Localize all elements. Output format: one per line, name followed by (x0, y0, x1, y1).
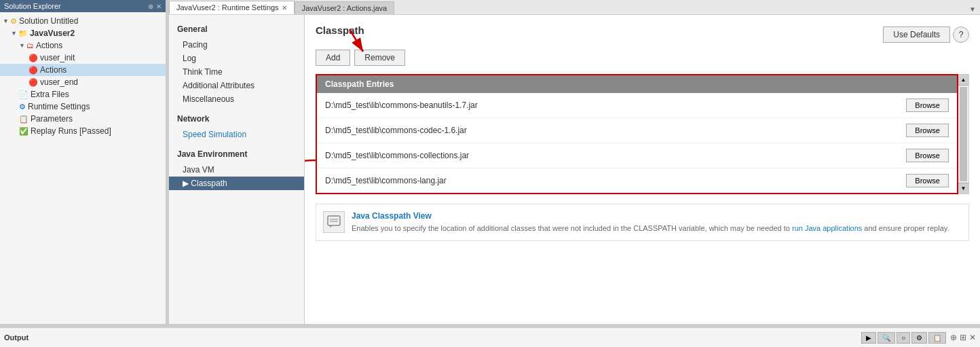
info-title: Java Classpath View (352, 211, 962, 221)
nav-item-log[interactable]: Log (169, 52, 304, 65)
scroll-up-arrow[interactable]: ▲ (958, 75, 968, 86)
vuser-init-label: vuser_init (40, 53, 75, 62)
nav-item-java-vm[interactable]: Java VM (169, 163, 304, 177)
nav-section-network: Network Speed Simulation (169, 110, 304, 141)
classpath-entry-2: D:\md5_test\lib\commons-collections.jar … (317, 143, 957, 168)
output-btn-3[interactable]: ○ (897, 332, 910, 344)
nav-item-classpath[interactable]: ▶ Classpath (169, 177, 304, 190)
nav-section-java-env-title: Java Environment (169, 145, 304, 163)
tree-item-actions[interactable]: 🔴 Actions (0, 64, 166, 76)
tree-item-replay-runs[interactable]: ✅ Replay Runs [Passed] (0, 125, 166, 137)
nav-item-additional-attributes[interactable]: Additional Attributes (169, 79, 304, 92)
solution-explorer-title: Solution Explorer (4, 2, 61, 10)
output-btn-2[interactable]: 🔍 (878, 332, 895, 344)
nav-section-network-title: Network (169, 110, 304, 128)
tab-actions-java-label: JavaVuser2 : Actions.java (302, 4, 388, 12)
output-btn-1[interactable]: ▶ (861, 332, 876, 344)
runtime-settings-label: Runtime Settings (28, 102, 90, 111)
vuser-end-icon: 🔴 (29, 78, 38, 87)
expand-icon: ▼ (11, 30, 17, 37)
tree-item-extra-files[interactable]: 📄 Extra Files (0, 88, 166, 101)
output-close-icon[interactable]: ✕ (969, 333, 976, 342)
right-panel: Classpath Use Defaults ? Add (305, 15, 980, 324)
vuser-end-label: vuser_end (40, 77, 78, 87)
nav-item-miscellaneous[interactable]: Miscellaneous (169, 92, 304, 106)
tab-runtime-settings[interactable]: JavaVuser2 : Runtime Settings ✕ (169, 1, 295, 14)
browse-button-2[interactable]: Browse (906, 149, 949, 162)
replay-runs-label: Replay Runs [Passed] (31, 126, 111, 136)
javavuser2-label: JavaVuser2 (30, 29, 75, 38)
browse-button-3[interactable]: Browse (906, 174, 949, 187)
nav-item-pacing[interactable]: Pacing (169, 38, 304, 52)
nav-section-general: General Pacing Log Think Time Additional… (169, 20, 304, 106)
pin-icon[interactable]: ⊕ (148, 3, 153, 10)
use-defaults-button[interactable]: Use Defaults (883, 26, 950, 43)
extra-files-icon: 📄 (19, 90, 29, 99)
main-content: JavaVuser2 : Runtime Settings ✕ JavaVuse… (169, 0, 980, 324)
nav-section-general-title: General (169, 20, 304, 38)
output-title: Output (4, 333, 861, 342)
classpath-path-0: D:\md5_test\lib\commons-beanutils-1.7.ja… (325, 101, 906, 110)
tab-runtime-settings-close[interactable]: ✕ (282, 4, 287, 12)
tab-actions-java[interactable]: JavaVuser2 : Actions.java (295, 1, 395, 14)
classpath-path-2: D:\md5_test\lib\commons-collections.jar (325, 151, 906, 160)
nav-item-speed-simulation[interactable]: Speed Simulation (169, 128, 304, 141)
tree-item-parameters[interactable]: 📋 Parameters (0, 113, 166, 125)
classpath-entry-1: D:\md5_test\lib\commons-codec-1.6.jar Br… (317, 118, 957, 143)
nav-section-java-env: Java Environment Java VM ▶ Classpath (169, 145, 304, 190)
close-icon[interactable]: ✕ (156, 3, 162, 10)
solution-icon: ⚙ (10, 17, 17, 26)
scroll-down-arrow[interactable]: ▼ (958, 183, 968, 194)
solution-label: Solution Untitled (19, 16, 78, 26)
content-area: General Pacing Log Think Time Additional… (169, 15, 980, 324)
info-desc-text2: and ensure proper replay. (862, 224, 949, 232)
classpath-header: Classpath Entries (317, 75, 957, 93)
tree-item-solution[interactable]: ▼ ⚙ Solution Untitled (0, 15, 166, 27)
extra-files-label: Extra Files (31, 90, 69, 99)
tree-item-runtime-settings[interactable]: ⚙ Runtime Settings (0, 101, 166, 113)
expand-icon: ▼ (3, 18, 9, 24)
nav-item-think-time[interactable]: Think Time (169, 65, 304, 79)
javavuser2-icon: 📁 (18, 29, 28, 38)
output-panel: Output ▶ 🔍 ○ ⚙ 📋 ⊕ ⊞ ✕ (0, 327, 980, 347)
actions-folder-label: Actions (36, 41, 62, 50)
solution-explorer-tree: ▼ ⚙ Solution Untitled ▼ 📁 JavaVuser2 ▼ 🗂… (0, 12, 166, 324)
output-pin-icon[interactable]: ⊕ (950, 333, 957, 342)
top-area: Solution Explorer ⊕ ✕ ▼ ⚙ Solution Untit… (0, 0, 980, 324)
info-text-area: Java Classpath View Enables you to speci… (352, 211, 962, 234)
main-container: Solution Explorer ⊕ ✕ ▼ ⚙ Solution Untit… (0, 0, 980, 347)
output-dock-icons: ⊕ ⊞ ✕ (950, 333, 976, 342)
tree-item-javavuser2[interactable]: ▼ 📁 JavaVuser2 (0, 27, 166, 39)
help-button[interactable]: ? (953, 26, 969, 43)
tab-runtime-settings-label: JavaVuser2 : Runtime Settings (176, 3, 279, 12)
solution-explorer-header: Solution Explorer ⊕ ✕ (0, 0, 166, 12)
scrollbar-vertical: ▲ ▼ (958, 74, 969, 194)
tree-item-vuser-init[interactable]: 🔴 vuser_init (0, 52, 166, 64)
info-box: Java Classpath View Enables you to speci… (316, 204, 969, 241)
tree-item-actions-folder[interactable]: ▼ 🗂 Actions (0, 39, 166, 52)
output-float-icon[interactable]: ⊞ (960, 333, 966, 342)
classpath-section: Classpath Entries D:\md5_test\lib\common… (316, 74, 958, 194)
replay-runs-icon: ✅ (19, 127, 29, 136)
parameters-label: Parameters (31, 114, 73, 124)
info-desc-text1: Enables you to specify the location of a… (352, 224, 792, 232)
tab-dropdown[interactable]: ▼ (965, 4, 980, 14)
tree-item-vuser-end[interactable]: 🔴 vuser_end (0, 76, 166, 88)
scrollbar-thumb[interactable] (960, 87, 967, 181)
output-btn-5[interactable]: 📋 (928, 332, 946, 344)
vuser-init-icon: 🔴 (29, 54, 38, 62)
info-desc: Enables you to specify the location of a… (352, 223, 962, 234)
actions-folder-icon: 🗂 (26, 41, 34, 50)
info-link[interactable]: run Java applications (792, 224, 862, 232)
classpath-entries-wrapper: Classpath Entries D:\md5_test\lib\common… (316, 74, 969, 194)
browse-button-0[interactable]: Browse (906, 98, 949, 112)
classpath-path-3: D:\md5_test\lib\commons-lang.jar (325, 176, 906, 185)
classpath-entry-3: D:\md5_test\lib\commons-lang.jar Browse (317, 168, 957, 193)
speech-bubble-icon (327, 215, 341, 229)
solution-explorer: Solution Explorer ⊕ ✕ ▼ ⚙ Solution Untit… (0, 0, 166, 324)
actions-label: Actions (40, 65, 67, 75)
tab-bar: JavaVuser2 : Runtime Settings ✕ JavaVuse… (169, 0, 980, 15)
output-btn-4[interactable]: ⚙ (911, 332, 927, 344)
browse-button-1[interactable]: Browse (906, 124, 949, 137)
header-icons: ⊕ ✕ (148, 3, 162, 10)
